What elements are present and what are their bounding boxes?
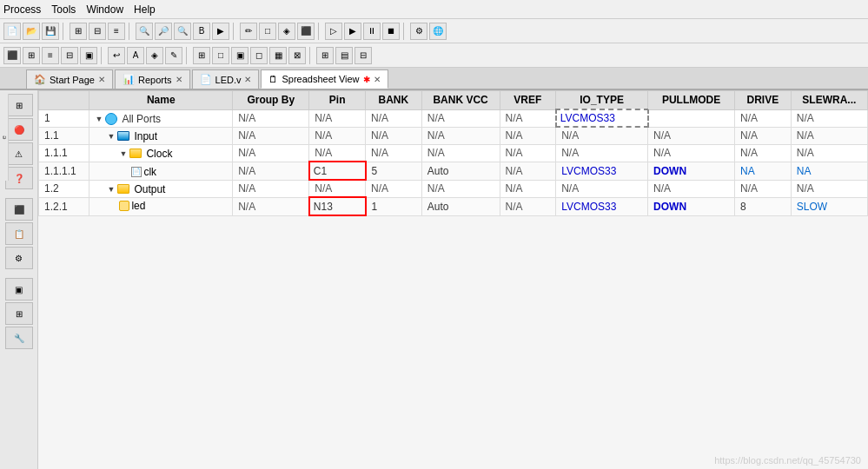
tb2-c3[interactable]: ▣ xyxy=(231,47,248,64)
tb-globe[interactable]: 🌐 xyxy=(429,23,447,40)
cell-vref: N/A xyxy=(500,180,556,197)
menu-tools[interactable]: Tools xyxy=(51,3,76,16)
tab-start-label: Start Page xyxy=(50,75,95,85)
table-row: 1 ▼ All Ports N/A N/A N/A N/A N/A LVCMOS… xyxy=(39,109,868,127)
cell-pin[interactable]: C1 xyxy=(309,162,366,180)
tb-table2[interactable]: ⊟ xyxy=(89,23,106,40)
sidebar-btn-2[interactable]: 🔴 xyxy=(5,118,33,141)
cell-pullmode: DOWN xyxy=(648,162,735,180)
cell-num: 1 xyxy=(39,109,89,127)
tab-reports-label: Reports xyxy=(138,75,172,85)
tb2-b2[interactable]: A xyxy=(127,47,144,64)
cell-num: 1.2.1 xyxy=(39,197,89,215)
cell-bank: N/A xyxy=(366,109,422,127)
tb-c4[interactable]: ⬛ xyxy=(297,23,315,40)
sidebar-btn-6[interactable]: 📋 xyxy=(5,222,33,245)
tb2-a3[interactable]: ≡ xyxy=(42,47,59,64)
sidebar-btn-5[interactable]: ⬛ xyxy=(5,198,33,221)
cell-name: ▼ Output xyxy=(89,180,233,197)
tb2-b1[interactable]: ↩ xyxy=(108,47,125,64)
tb-table1[interactable]: ⊞ xyxy=(70,23,87,40)
tb-zoom-in[interactable]: 🔍 xyxy=(136,23,153,40)
tb2-a1[interactable]: ⬛ xyxy=(3,47,21,64)
sidebar-btn-3[interactable]: ⚠ xyxy=(5,142,33,165)
folder-output-icon xyxy=(117,184,129,194)
watermark: https://blog.csdn.net/qq_45754730 xyxy=(714,455,861,466)
tb-save[interactable]: 💾 xyxy=(42,23,59,40)
sep2 xyxy=(129,23,132,40)
tab-spreadsheet-close[interactable]: ✕ xyxy=(374,75,381,84)
col-header-bank: BANK xyxy=(366,91,422,110)
tb2-c4[interactable]: ◻ xyxy=(250,47,268,64)
cell-num: 1.2 xyxy=(39,180,89,197)
cell-bankvcc: N/A xyxy=(421,127,500,144)
tab-led-close[interactable]: ✕ xyxy=(244,75,251,84)
tb-find[interactable]: 🔍 xyxy=(174,23,191,40)
cell-name: 📄 clk xyxy=(89,162,233,180)
page-icon: 📄 xyxy=(131,167,142,177)
tb-c2[interactable]: □ xyxy=(259,23,276,40)
sidebar-btn-4[interactable]: ❓ xyxy=(5,167,33,189)
tb-table3[interactable]: ≡ xyxy=(108,23,125,40)
cell-drive: N/A xyxy=(735,180,792,197)
menubar: Process Tools Window Help xyxy=(0,0,868,19)
tab-spreadsheet[interactable]: 🗒 Spreadsheet View ✱ ✕ xyxy=(261,69,388,89)
main-layout: e ⊞ 🔴 ⚠ ❓ ⬛ 📋 ⚙ ▣ ⊞ 🔧 Name Group By Pin … xyxy=(0,90,868,469)
tb2-c6[interactable]: ⊠ xyxy=(288,47,306,64)
sep7 xyxy=(186,47,189,64)
cell-groupby: N/A xyxy=(233,109,309,127)
sidebar-btn-1[interactable]: ⊞ xyxy=(5,94,33,116)
tb-e1[interactable]: ⚙ xyxy=(410,23,427,40)
tb-b6[interactable]: ▶ xyxy=(212,23,229,40)
tab-reports-close[interactable]: ✕ xyxy=(176,75,182,84)
tb-d3[interactable]: ⏸ xyxy=(363,23,381,40)
tab-led-label: LED.v xyxy=(215,75,242,85)
tb2-d3[interactable]: ⊟ xyxy=(354,47,372,64)
sidebar-btn-9[interactable]: ⊞ xyxy=(5,302,33,325)
cell-groupby: N/A xyxy=(233,180,309,197)
tb2-b3[interactable]: ◈ xyxy=(146,47,163,64)
tab-start-close[interactable]: ✕ xyxy=(98,75,105,84)
sep4 xyxy=(318,23,321,40)
tb-b5[interactable]: B xyxy=(193,23,210,40)
cell-vref: N/A xyxy=(500,109,556,127)
tb-d4[interactable]: ⏹ xyxy=(382,23,400,40)
col-header-groupby: Group By xyxy=(233,91,309,110)
tb-open[interactable]: 📂 xyxy=(23,23,40,40)
col-header-pullmode: PULLMODE xyxy=(648,91,735,110)
menu-window[interactable]: Window xyxy=(86,3,123,16)
tb2-c2[interactable]: □ xyxy=(212,47,229,64)
cell-pin[interactable]: N13 xyxy=(309,197,366,215)
tb2-c5[interactable]: ▦ xyxy=(269,47,287,64)
tb2-b4[interactable]: ✎ xyxy=(165,47,182,64)
tb-c3[interactable]: ◈ xyxy=(278,23,295,40)
tab-reports[interactable]: 📊 Reports ✕ xyxy=(115,69,190,89)
table-row: 1.1.1 ▼ Clock N/A N/A N/A N/A N/A N/A N xyxy=(39,144,868,162)
tab-start[interactable]: 🏠 Start Page ✕ xyxy=(26,69,113,89)
tb2-a4[interactable]: ⊟ xyxy=(61,47,78,64)
cell-drive: 8 xyxy=(735,197,792,215)
tb2-a2[interactable]: ⊞ xyxy=(23,47,40,64)
menu-help[interactable]: Help xyxy=(134,3,156,16)
tb2-a5[interactable]: ▣ xyxy=(80,47,97,64)
tb2-c1[interactable]: ⊞ xyxy=(193,47,210,64)
table-row: 1.2.1 led N/A N13 1 Auto N/A LVCMOS33 DO… xyxy=(39,197,868,215)
cell-vref: N/A xyxy=(500,144,556,162)
cell-slewrate: N/A xyxy=(791,127,867,144)
tb-new[interactable]: 📄 xyxy=(3,23,21,40)
tb2-d2[interactable]: ▤ xyxy=(335,47,353,64)
cell-pullmode: N/A xyxy=(648,180,735,197)
tb-c1[interactable]: ✏ xyxy=(240,23,257,40)
tab-led[interactable]: 📄 LED.v ✕ xyxy=(192,69,260,89)
col-header-slewrate: SLEWRA... xyxy=(791,91,867,110)
sidebar-btn-10[interactable]: 🔧 xyxy=(5,327,33,349)
sidebar-btn-7[interactable]: ⚙ xyxy=(5,247,33,269)
menu-process[interactable]: Process xyxy=(3,3,41,16)
led-icon xyxy=(119,201,129,211)
cell-pullmode xyxy=(648,109,735,127)
sidebar-btn-8[interactable]: ▣ xyxy=(5,278,33,301)
tb-d2[interactable]: ▶ xyxy=(344,23,361,40)
tb-d1[interactable]: ▷ xyxy=(325,23,342,40)
tb-zoom-out[interactable]: 🔎 xyxy=(155,23,172,40)
tb2-d1[interactable]: ⊞ xyxy=(316,47,334,64)
